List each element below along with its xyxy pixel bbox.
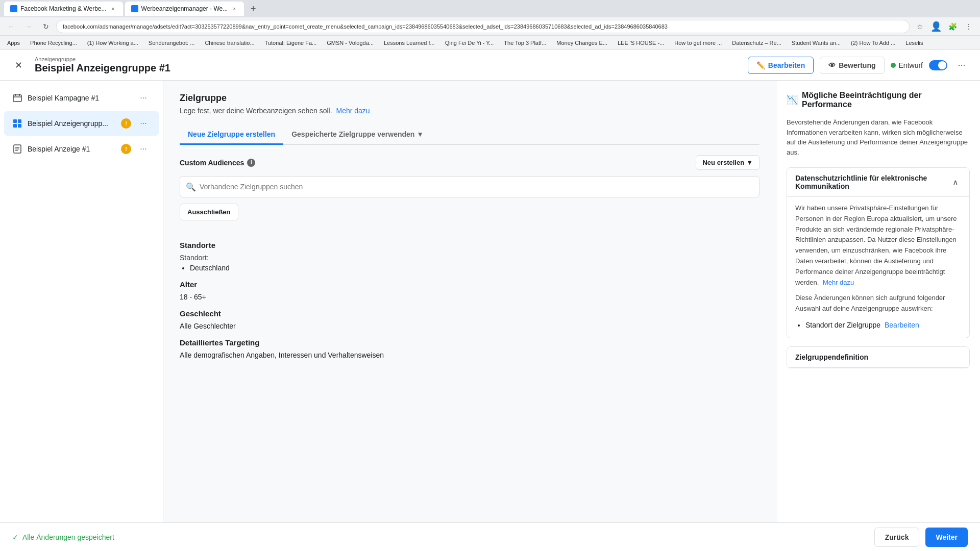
extensions-button[interactable]: 🧩 [945,19,960,34]
status-dot [891,63,896,68]
custom-audiences-label: Custom Audiences i [180,159,255,167]
tab-2[interactable]: Werbeanzeigenmanager - We... × [125,2,244,16]
standorte-list: Deutschland [180,264,760,272]
toggle-switch[interactable] [929,60,947,70]
ausschliessen-button[interactable]: Ausschließen [180,204,238,220]
bookmark-4[interactable]: Chinese translatio... [202,39,257,47]
zielgruppendefinition-header[interactable]: Zielgruppendefinition [787,347,969,368]
bookmark-8[interactable]: Qing Fei De Yi - Y... [442,39,497,47]
saved-status-text: Alle Änderungen gespeichert [22,533,114,541]
new-tab-button[interactable]: + [246,2,260,16]
main-layout: Beispiel Kampagne #1 ··· Beispiel Anzeig… [0,81,980,522]
mehr-dazu-link[interactable]: Mehr dazu [336,107,370,115]
kampagne-icon [12,93,22,103]
tab-1[interactable]: Facebook Marketing & Werbe... × [4,2,123,16]
sidebar-item-anzeigengruppe[interactable]: Beispiel Anzeigengrupp... ! ··· [4,111,159,136]
anzeige-warning: ! [121,144,131,154]
bookmark-7[interactable]: Lessons Learned f... [381,39,438,47]
profile-button[interactable]: 👤 [929,19,943,34]
anzeigengruppe-warning: ! [121,118,131,129]
warning-chart-icon: 📉 [787,94,798,106]
geschlecht-value: Alle Geschlechter [180,322,760,330]
forward-button[interactable]: → [21,19,36,34]
datenschutz-section-header[interactable]: Datenschutzrichtlinie für elektronische … [787,168,969,197]
detailliertes-targeting-label: Detailliertes Targeting [180,338,760,347]
page-title: Beispiel Anzeigengruppe #1 [35,62,740,74]
weiter-button[interactable]: Weiter [925,528,968,547]
tab-neue-zielgruppe[interactable]: Neue Zielgruppe erstellen [180,125,283,145]
datenschutz-bullet-item: Standort der Zielgruppe Bearbeiten [805,319,961,331]
bookmark-16[interactable]: Leselis [902,39,926,47]
bookmark-9[interactable]: The Top 3 Platf... [501,39,549,47]
bookmark-15[interactable]: (2) How To Add ... [848,39,898,47]
bookmark-3[interactable]: Sonderangebot: ... [145,39,198,47]
app-container: ✕ Anzeigengruppe Beispiel Anzeigengruppe… [0,50,980,551]
rp-title: 📉 Mögliche Beeinträchtigung der Performa… [787,91,970,109]
close-button[interactable]: ✕ [10,57,27,73]
reload-button[interactable]: ↻ [39,19,53,34]
browser-toolbar: ← → ↻ facebook.com/adsmanager/manage/ads… [0,17,980,36]
bookmark-11[interactable]: LEE 'S HOUSE -... [615,39,667,47]
bottom-bar: ✓ Alle Änderungen gespeichert Zurück Wei… [0,522,980,551]
zuruck-button[interactable]: Zurück [874,528,920,547]
anzeige-menu[interactable]: ··· [136,142,151,156]
anzeigengruppe-label: Beispiel Anzeigengrupp... [28,119,116,128]
datenschutz-body-p2: Diese Änderungen können sich aufgrund fo… [795,293,961,314]
section-title: Zielgruppe [180,93,760,104]
svg-rect-5 [13,124,17,128]
bookmark-14[interactable]: Student Wants an... [789,39,844,47]
address-bar[interactable]: facebook.com/adsmanager/manage/adsets/ed… [56,20,910,33]
bookmark-12[interactable]: How to get more ... [671,39,725,47]
datenschutz-mehr-dazu-link[interactable]: Mehr dazu [823,279,854,286]
app-header: ✕ Anzeigengruppe Beispiel Anzeigengruppe… [0,50,980,81]
browser-chrome: Facebook Marketing & Werbe... × Werbeanz… [0,0,980,17]
kampagne-menu[interactable]: ··· [136,91,151,105]
tab-close-2[interactable]: × [231,5,238,12]
tab-close-1[interactable]: × [110,5,117,12]
tab-title-1: Facebook Marketing & Werbe... [20,5,107,12]
dropdown-arrow-icon: ▼ [746,159,753,166]
bearbeiten-link[interactable]: Bearbeiten [885,321,919,329]
tabs-row: Neue Zielgruppe erstellen Gespeicherte Z… [180,125,760,145]
section-desc: Lege fest, wer deine Werbeanzeigen sehen… [180,107,760,115]
sidebar: Beispiel Kampagne #1 ··· Beispiel Anzeig… [0,81,163,522]
search-wrapper: 🔍 [180,176,760,197]
svg-rect-4 [18,119,21,123]
datenschutz-collapse-button[interactable]: ∧ [949,175,961,189]
content-area: Zielgruppe Lege fest, wer deine Werbeanz… [163,81,776,522]
svg-rect-2 [19,94,20,96]
neu-erstellen-button[interactable]: Neu erstellen ▼ [696,155,760,170]
status-label: Entwurf [899,61,923,69]
back-button[interactable]: ← [4,19,18,34]
more-menu-button[interactable]: ··· [953,57,970,73]
tab-favicon-2 [131,5,138,12]
rp-header: 📉 Mögliche Beeinträchtigung der Performa… [787,91,970,109]
zielgruppendefinition-title: Zielgruppendefinition [795,353,868,361]
bookmark-13[interactable]: Datenschutz – Re... [729,39,785,47]
bookmark-button[interactable]: ☆ [913,19,927,34]
custom-audiences-info-icon[interactable]: i [247,159,255,167]
bookmark-5[interactable]: Tutorial: Eigene Fa... [262,39,320,47]
bookmark-apps[interactable]: Apps [4,39,23,47]
dropdown-chevron-icon: ▼ [416,130,424,138]
more-options-button[interactable]: ⋮ [962,19,976,34]
anzeigengruppe-menu[interactable]: ··· [136,116,151,131]
tab-gespeicherte-zielgruppe[interactable]: Gespeicherte Zielgruppe verwenden ▼ [283,125,432,145]
breadcrumb: Anzeigengruppe [35,56,740,62]
bookmark-1[interactable]: Phone Recycling... [27,39,80,47]
bookmark-2[interactable]: (1) How Working a... [84,39,141,47]
bookmark-6[interactable]: GMSN - Vologda... [324,39,377,47]
tab-title-2: Werbeanzeigenmanager - We... [141,5,228,12]
search-input[interactable] [180,176,760,197]
address-text: facebook.com/adsmanager/manage/adsets/ed… [63,23,668,30]
anzeige-label: Beispiel Anzeige #1 [28,145,116,153]
bewertung-button[interactable]: 👁 Bewertung [820,57,884,74]
bookmark-10[interactable]: Money Changes E... [553,39,610,47]
header-title-section: Anzeigengruppe Beispiel Anzeigengruppe #… [35,56,740,74]
bearbeiten-button[interactable]: ✏️ Bearbeiten [748,57,814,74]
datenschutz-body-p1: Wir haben unsere Privatsphäre-Einstellun… [795,203,961,288]
alter-value: 18 - 65+ [180,293,760,301]
sidebar-item-anzeige[interactable]: Beispiel Anzeige #1 ! ··· [4,137,159,161]
svg-rect-1 [15,94,16,96]
sidebar-item-kampagne[interactable]: Beispiel Kampagne #1 ··· [4,86,159,110]
